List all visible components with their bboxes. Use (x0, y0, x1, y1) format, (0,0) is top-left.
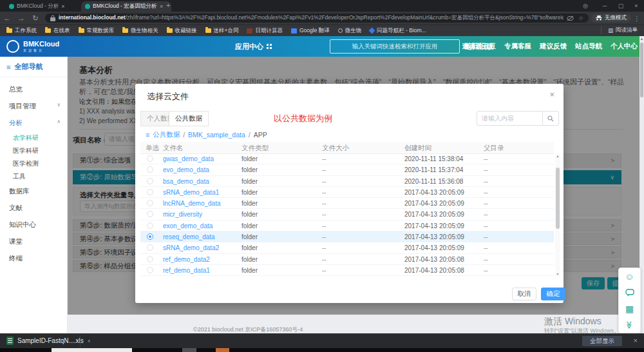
table-row[interactable]: exon_demo_data folder -- 2017-04-13 20:0… (140, 220, 554, 231)
browser-tab-inactive[interactable]: BMKCloud - 分析 × (5, 1, 85, 12)
table-row[interactable]: bsa_demo_data folder -- 2020-11-11 15:36… (140, 176, 554, 187)
radio-button[interactable] (147, 222, 153, 229)
header-menu-item[interactable]: 建议反馈 (540, 42, 567, 51)
sidebar-item[interactable]: 总览 (0, 81, 67, 98)
minimize-icon[interactable]: ─ (599, 1, 611, 11)
chevron-up-icon[interactable]: ∧ (88, 338, 91, 344)
header-menu-item[interactable]: 专属客服 (504, 42, 531, 51)
table-row[interactable]: evo_demo_data folder -- 2020-11-11 15:37… (140, 164, 554, 175)
browser-menu-icon[interactable]: ⋮ (634, 15, 640, 22)
new-tab-button[interactable]: + (166, 1, 170, 9)
bookmark-item[interactable]: 日期计算器 (247, 27, 283, 35)
profile-icon[interactable]: ◎ (580, 1, 591, 11)
scroll-up-icon[interactable]: ▲ (555, 153, 560, 159)
bookmark-item[interactable]: 在线表 (45, 27, 70, 35)
scroll-up-icon[interactable]: ▲ (639, 36, 644, 41)
bookmark-item[interactable]: 微生物相关 (122, 27, 158, 35)
cancel-button[interactable]: 取消 (512, 288, 536, 300)
bookmark-item[interactable]: Google 翻译 (291, 27, 330, 35)
header-menu-item[interactable]: 个人中心 (611, 42, 638, 51)
bookmark-item[interactable]: 微生物 (338, 27, 362, 35)
radio-button[interactable] (147, 178, 153, 184)
customer-service-icon[interactable]: ☺ (625, 272, 634, 281)
radio-button[interactable] (147, 233, 153, 240)
back-icon[interactable]: ← (0, 14, 14, 22)
file-name-link[interactable]: micr_diversity (163, 211, 202, 218)
eye-off-icon[interactable] (567, 15, 574, 21)
bookmark-item[interactable]: 常规数据库 (79, 27, 115, 35)
table-row[interactable]: ref_demo_data2 folder -- 2017-04-13 20:0… (140, 254, 554, 265)
radio-button[interactable] (147, 256, 153, 262)
sidebar-item[interactable]: 文献 (0, 200, 67, 217)
shelf-close-icon[interactable]: × (634, 337, 638, 344)
breadcrumb-root[interactable]: 公共数据 (153, 130, 180, 139)
table-scrollbar[interactable]: ▲ ▼ (555, 153, 560, 277)
tab-close-icon[interactable]: × (61, 3, 64, 10)
sidebar-item[interactable]: 终端 (0, 250, 67, 267)
table-row[interactable]: lncRNA_demo_data folder -- 2017-04-13 20… (140, 198, 554, 209)
qr-code-icon[interactable]: ▦ (625, 304, 634, 313)
file-name-link[interactable]: reseq_demo_data (163, 233, 215, 240)
sidebar-item[interactable]: 农学科研 (0, 132, 67, 144)
scroll-down-icon[interactable]: ▼ (555, 271, 560, 277)
table-row[interactable]: ref_demo_data1 folder -- 2017-04-13 20:0… (140, 265, 554, 276)
radio-button[interactable] (147, 155, 153, 162)
table-row[interactable]: sRNA_demo_data2 folder -- 2017-04-13 20:… (140, 242, 554, 253)
sidebar-item[interactable]: 知识中心 (0, 217, 67, 233)
taskbar-app-icon[interactable] (182, 348, 196, 352)
confirm-button[interactable]: 确定 (541, 288, 565, 300)
radio-button[interactable] (147, 200, 153, 206)
file-name-link[interactable]: ref_demo_data1 (163, 267, 210, 274)
app-search-input[interactable]: 输入关键词快速检索和打开应用 (330, 39, 460, 54)
table-row[interactable]: sRNA_demo_data1 folder -- 2017-04-13 20:… (140, 187, 554, 198)
file-name-link[interactable]: gwas_demo_data (163, 155, 214, 162)
radio-button[interactable] (147, 267, 153, 273)
bookmark-item[interactable]: 收藏链接 (167, 27, 197, 35)
file-name-link[interactable]: sRNA_demo_data1 (163, 189, 219, 196)
file-name-link[interactable]: evo_demo_data (163, 166, 209, 173)
show-all-downloads-button[interactable]: 全部显示 (582, 336, 622, 346)
radio-button[interactable] (147, 166, 153, 173)
file-name-link[interactable]: ref_demo_data2 (163, 256, 210, 263)
sidebar-item[interactable]: 工具 (0, 170, 67, 183)
tab-public-data[interactable]: 公共数据 (169, 111, 209, 126)
app-center-button[interactable]: 应用中心 (235, 42, 272, 52)
sidebar-item[interactable]: 医学科研 (0, 144, 67, 157)
address-bar[interactable]: international.biocloud.net/zh/iframe?url… (45, 14, 589, 23)
tab-close-icon[interactable]: × (160, 3, 163, 10)
file-name-link[interactable]: sRNA_demo_data2 (163, 244, 219, 251)
maximize-icon[interactable]: ▢ (615, 1, 627, 11)
bmkcloud-logo[interactable]: BMKCloud 百迈客云 (6, 40, 103, 53)
search-button[interactable] (542, 112, 558, 125)
scrollbar-thumb[interactable] (640, 43, 643, 97)
modal-close-icon[interactable]: × (549, 90, 554, 99)
header-menu-item[interactable]: 站点导航 (575, 42, 602, 51)
sidebar-item[interactable]: 数据库 (0, 183, 67, 200)
browser-tab-active[interactable]: BMKCloud - 宏基因组分析平台 × (81, 1, 171, 12)
radio-button[interactable] (147, 211, 153, 217)
taskbar-search-box[interactable] (52, 348, 132, 352)
bookmark-item[interactable]: 送样+合同 (205, 27, 239, 35)
forward-icon[interactable]: → (14, 14, 28, 22)
taskbar-app-icon[interactable] (216, 348, 229, 352)
file-name-link[interactable]: lncRNA_demo_data (163, 200, 221, 207)
table-row[interactable]: reseq_demo_data folder -- 2017-04-13 20:… (140, 231, 554, 242)
sidebar-item[interactable]: 项目管理 ∨ (0, 98, 67, 115)
file-name-link[interactable]: bsa_demo_data (163, 178, 209, 185)
breadcrumb-level1[interactable]: BMK_sample_data (188, 131, 245, 139)
chat-icon[interactable] (625, 289, 634, 297)
download-item[interactable]: SampleID-FastqN....xls ∧ (6, 337, 91, 345)
header-menu-item[interactable]: 邀请送云豆 (462, 42, 497, 51)
bookmark-item[interactable]: 问题导航栏 - Biom... (370, 27, 426, 35)
sidebar-item[interactable]: 课堂 (0, 233, 67, 250)
bookmark-item[interactable]: 工作系统 (6, 27, 37, 35)
collapse-icon[interactable]: ≫ (626, 321, 634, 329)
bookmark-star-icon[interactable]: ☆ (578, 15, 583, 21)
sidebar-toggle[interactable]: ≡ 全部导航 (0, 57, 67, 77)
file-name-link[interactable]: exon_demo_data (163, 222, 213, 230)
window-close-icon[interactable]: × (630, 1, 642, 11)
modal-search-input[interactable]: 请输入内容 (477, 111, 559, 126)
table-row[interactable]: micr_diversity folder -- 2017-04-13 20:0… (140, 209, 554, 220)
table-row[interactable]: gwas_demo_data folder -- 2020-11-11 15:3… (140, 153, 554, 164)
reload-icon[interactable]: ↻ (28, 14, 43, 23)
